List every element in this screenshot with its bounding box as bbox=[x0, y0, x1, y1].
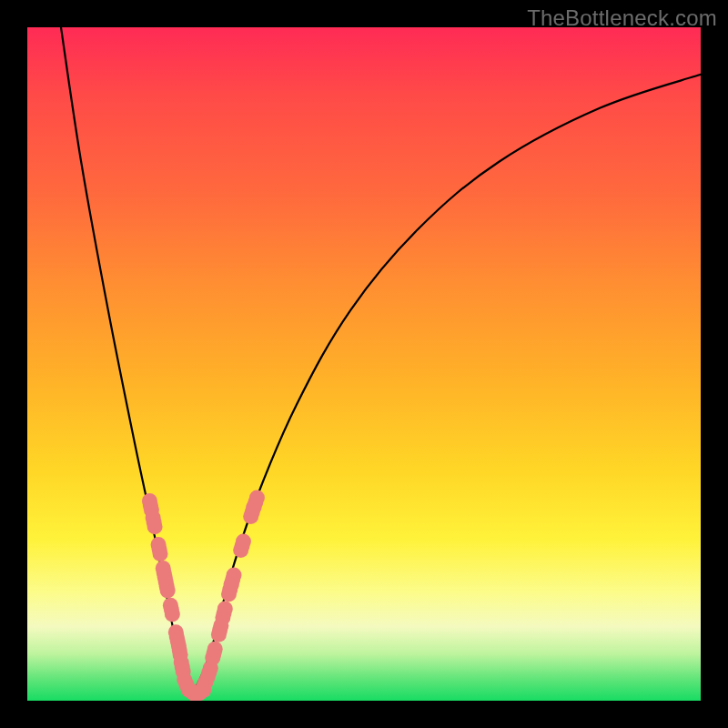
bead-marker-cap bbox=[194, 682, 209, 698]
bead-marker-cap bbox=[211, 627, 227, 642]
bead-marker-cap bbox=[168, 624, 184, 640]
watermark-text: TheBottleneck.com bbox=[527, 5, 717, 31]
bead-marker-cap bbox=[156, 561, 171, 576]
plot-area bbox=[27, 27, 701, 701]
bead-marker-cap bbox=[205, 651, 220, 666]
bead-marker-cap bbox=[224, 576, 239, 592]
bead-marker-cap bbox=[151, 537, 167, 552]
bead-marker-cap bbox=[158, 574, 174, 590]
bead-marker-cap bbox=[142, 493, 157, 509]
bead-marker-cap bbox=[163, 598, 178, 613]
bead-marker-cap bbox=[247, 499, 262, 514]
bead-marker-cap bbox=[200, 669, 216, 684]
bottleneck-curve bbox=[61, 27, 701, 694]
bead-marker-cap bbox=[215, 610, 230, 625]
bead-marker-cap bbox=[233, 542, 248, 558]
chart-frame: TheBottleneck.com bbox=[0, 0, 728, 728]
curve-layer bbox=[27, 27, 701, 701]
bead-marker-cap bbox=[146, 511, 161, 526]
bead-markers bbox=[142, 490, 265, 701]
bead-marker-cap bbox=[174, 655, 189, 671]
bead-marker-cap bbox=[171, 638, 187, 653]
